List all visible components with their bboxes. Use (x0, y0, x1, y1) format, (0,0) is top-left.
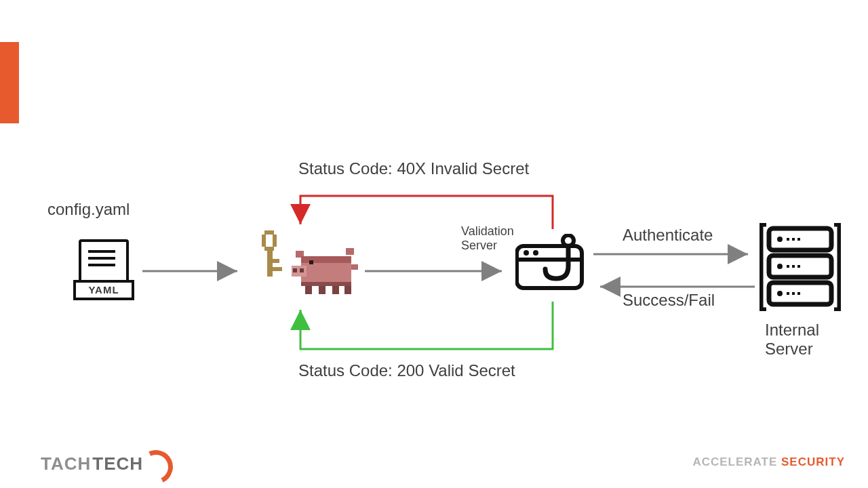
internal-server-icon (760, 223, 841, 311)
svg-point-33 (777, 264, 783, 269)
arrow-authenticate (593, 247, 755, 261)
svg-rect-10 (301, 256, 351, 263)
svg-rect-1 (262, 235, 266, 247)
svg-rect-20 (351, 264, 358, 270)
svg-point-29 (777, 237, 783, 242)
logo-light: TACH (41, 453, 91, 474)
tachtech-logo: TACHTECH (41, 453, 170, 474)
svg-rect-19 (344, 286, 351, 294)
svg-point-23 (524, 250, 529, 256)
svg-rect-15 (301, 282, 351, 286)
status-40x-label: Status Code: 40X Invalid Secret (298, 159, 529, 178)
svg-rect-36 (797, 265, 800, 268)
svg-rect-32 (797, 238, 800, 241)
arrow-40x-return (295, 192, 559, 232)
svg-rect-16 (305, 286, 312, 294)
config-yaml-label: config.yaml (47, 200, 130, 219)
svg-rect-17 (319, 286, 326, 294)
tagline: ACCELERATE SECURITY (692, 455, 845, 469)
yaml-badge: YAML (73, 280, 134, 300)
svg-rect-4 (267, 251, 273, 277)
svg-rect-40 (797, 292, 800, 295)
authenticate-label: Authenticate (623, 226, 713, 245)
logo-bold: TECH (92, 453, 143, 474)
arrow-yaml-to-key (142, 264, 244, 278)
flow-diagram: config.yaml YAML (41, 152, 841, 396)
svg-point-24 (533, 250, 538, 256)
svg-rect-38 (787, 292, 789, 295)
trufflehog-pig-icon (292, 244, 361, 298)
svg-rect-6 (273, 267, 282, 271)
svg-rect-12 (293, 268, 297, 272)
svg-rect-5 (273, 259, 279, 263)
svg-rect-0 (264, 230, 274, 235)
accent-bar (0, 42, 19, 123)
svg-rect-39 (792, 292, 795, 295)
svg-rect-31 (792, 238, 795, 241)
tagline-security: SECURITY (781, 455, 845, 468)
svg-rect-2 (273, 235, 277, 247)
arrow-pig-to-validation (365, 264, 509, 278)
logo-swoosh-icon (143, 454, 170, 474)
tagline-accelerate: ACCELERATE (692, 455, 777, 468)
svg-rect-14 (309, 260, 313, 264)
successfail-label: Success/Fail (623, 291, 715, 310)
svg-rect-13 (300, 268, 304, 272)
svg-rect-30 (787, 238, 789, 241)
svg-rect-35 (792, 265, 795, 268)
svg-rect-34 (787, 265, 789, 268)
key-icon (252, 230, 286, 278)
internal-server-label: Internal Server (765, 321, 819, 359)
status-200-label: Status Code: 200 Valid Secret (298, 361, 515, 380)
svg-rect-18 (332, 286, 339, 294)
svg-rect-3 (264, 247, 274, 251)
arrow-200-return (295, 302, 559, 356)
validation-server-icon (515, 234, 589, 291)
svg-point-37 (777, 291, 783, 296)
svg-rect-8 (346, 248, 354, 255)
yaml-file-icon: YAML (73, 239, 129, 300)
